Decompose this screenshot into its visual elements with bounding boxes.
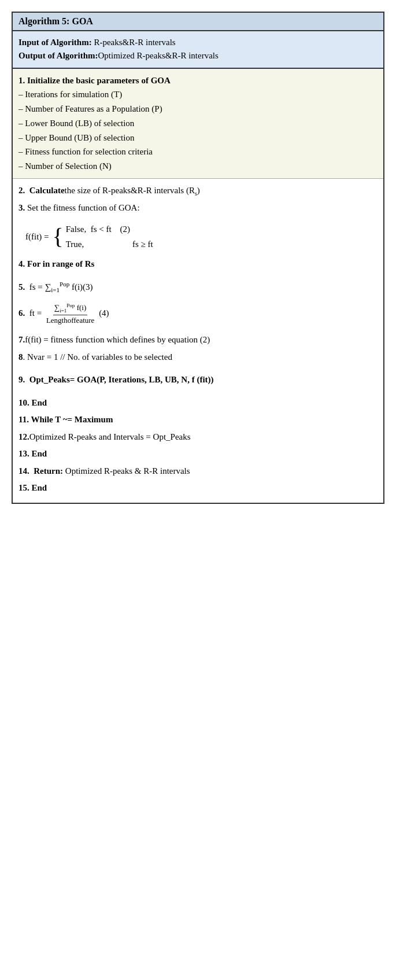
step1-title: 1. Initialize the basic parameters of GO… — [18, 73, 378, 88]
step12-line: 12.Optimized R-peaks and Intervals = Opt… — [18, 430, 378, 445]
step6-line: 6. ft = ∑i=1Pop f(i) Lengthoffeature (4) — [18, 302, 378, 326]
step5-line: 5. fs = ∑i=1Pop f(i)(3) — [18, 279, 378, 296]
step7-text: 7.f(fit) = fitness function which define… — [18, 335, 210, 344]
fitness-math-block: f(fit) = { False, fs < ft (2) True, fs ≥… — [25, 222, 378, 251]
step11-text: 11. While T ~= Maximum — [18, 415, 113, 424]
output-line: Output of Algorithm:Optimized R-peaks&R-… — [18, 49, 378, 62]
step9-text: 9. Opt_Peaks= GOA(P, Iterations, LB, UB,… — [18, 375, 214, 384]
step8-text: 8. Nvar = 1 // No. of variables to be se… — [18, 352, 172, 362]
ffit-lhs: f(fit) = — [25, 228, 49, 245]
step10-line: 10. End — [18, 396, 378, 411]
step5-math: fs = ∑i=1Pop f(i)(3) — [27, 282, 93, 292]
fraction-numerator: ∑i=1Pop f(i) — [53, 302, 87, 315]
step4-bold: 4. For in range of Rs — [18, 259, 94, 268]
step4-line: 4. For in range of Rs — [18, 257, 378, 272]
step12-text: 12.Optimized R-peaks and Intervals = Opt… — [18, 432, 191, 441]
step1-section: 1. Initialize the basic parameters of GO… — [13, 69, 383, 179]
step11-line: 11. While T ~= Maximum — [18, 412, 378, 428]
title-text: Algorithm 5: GOA — [18, 16, 93, 26]
input-output-section: Input of Algorithm: R-peaks&R-R interval… — [13, 31, 383, 69]
step1-item3: – Lower Bound (LB) of selection — [18, 116, 378, 131]
left-brace: { — [53, 225, 64, 248]
case-true: True, fs ≥ ft — [66, 237, 153, 251]
step1-item1: – Iterations for simulation (T) — [18, 87, 378, 102]
step1-item2: – Number of Features as a Population (P) — [18, 102, 378, 116]
fitness-equation-row: f(fit) = { False, fs < ft (2) True, fs ≥… — [25, 222, 378, 251]
step5-label: 5. — [18, 282, 25, 292]
step13-line: 13. End — [18, 447, 378, 462]
step2-rest: the size of R-peaks&R-R intervals (Rs) — [65, 186, 200, 195]
step1-item4: – Upper Bound (UB) of selection — [18, 131, 378, 145]
step15-line: 15. End — [18, 481, 378, 496]
step6-label: 6. — [18, 308, 25, 318]
step15-text: 15. End — [18, 483, 47, 492]
step9-line: 9. Opt_Peaks= GOA(P, Iterations, LB, UB,… — [18, 373, 378, 388]
ft-fraction: ∑i=1Pop f(i) Lengthoffeature — [45, 302, 96, 326]
step1-item6: – Number of Selection (N) — [18, 159, 378, 174]
step6-math: ft = ∑i=1Pop f(i) Lengthoffeature (4) — [27, 308, 109, 318]
input-value: R-peaks&R-R intervals — [94, 38, 175, 47]
output-label: Output of Algorithm: — [18, 51, 98, 60]
step14-line: 14. Return: Optimized R-peaks & R-R inte… — [18, 464, 378, 479]
case-false: False, fs < ft (2) — [66, 222, 153, 237]
step3-text: 3. Set the fitness function of GOA: — [18, 203, 140, 212]
cases-column: False, fs < ft (2) True, fs ≥ ft — [66, 222, 153, 251]
step3-line: 3. Set the fitness function of GOA: — [18, 201, 378, 216]
output-value: Optimized R-peaks&R-R intervals — [98, 51, 219, 60]
input-line: Input of Algorithm: R-peaks&R-R interval… — [18, 36, 378, 49]
input-label: Input of Algorithm: — [18, 38, 92, 47]
step13-text: 13. End — [18, 449, 47, 458]
step10-text: 10. End — [18, 398, 47, 407]
step1-item5: – Fitness function for selection criteri… — [18, 145, 378, 159]
step7-line: 7.f(fit) = fitness function which define… — [18, 333, 378, 348]
step14-text: 14. Return: Optimized R-peaks & R-R inte… — [18, 466, 190, 476]
step8-line: 8. Nvar = 1 // No. of variables to be se… — [18, 350, 378, 365]
fraction-denominator: Lengthoffeature — [45, 315, 96, 326]
step2-bold: 2. Calculate — [18, 186, 65, 195]
algorithm-box: Algorithm 5: GOA Input of Algorithm: R-p… — [12, 12, 384, 504]
step2-line: 2. Calculatethe size of R-peaks&R-R inte… — [18, 183, 378, 198]
algorithm-title: Algorithm 5: GOA — [13, 13, 383, 31]
main-steps-section: 2. Calculatethe size of R-peaks&R-R inte… — [13, 179, 383, 503]
